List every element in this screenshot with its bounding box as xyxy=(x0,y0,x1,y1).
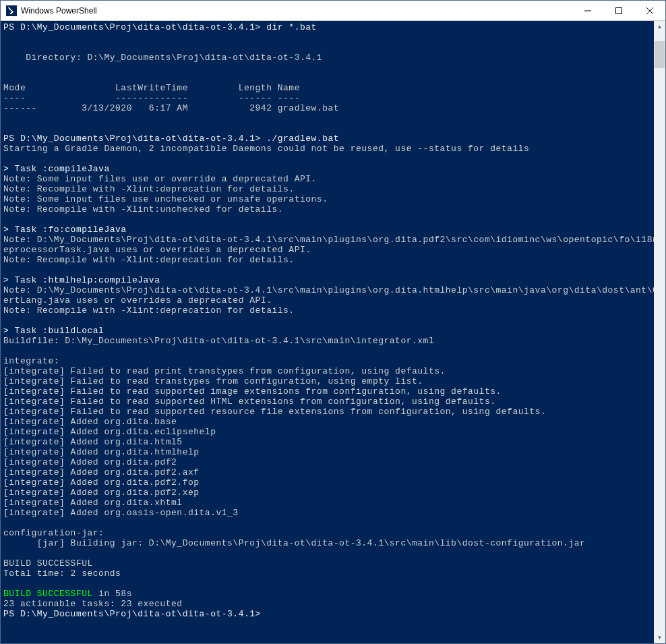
term-line: Note: Recompile with -Xlint:deprecation … xyxy=(3,305,295,316)
titlebar[interactable]: Windows PowerShell xyxy=(1,1,665,21)
powershell-icon xyxy=(6,5,17,16)
term-line: [integrate] Failed to read supported HTM… xyxy=(3,397,496,407)
term-line: [integrate] Added org.dita.pdf2.xep xyxy=(3,488,200,498)
term-line: PS D:\My_Documents\Proj\dita-ot\dita-ot-… xyxy=(3,22,317,32)
term-line: Total time: 2 seconds xyxy=(3,568,121,579)
term-line: [integrate] Failed to read supported ima… xyxy=(3,386,502,397)
maximize-button[interactable] xyxy=(603,1,634,20)
term-prompt: PS D:\My_Documents\Proj\dita-ot\dita-ot-… xyxy=(3,609,261,619)
term-line: Buildfile: D:\My_Documents\Proj\dita-ot\… xyxy=(3,336,434,346)
minimize-button[interactable] xyxy=(572,1,603,20)
term-line: integrate: xyxy=(3,356,59,366)
term-line: > Task :htmlhelp:compileJava xyxy=(3,275,160,285)
term-line: 23 actionable tasks: 23 executed xyxy=(3,599,183,609)
term-line: Mode LastWriteTime Length Name xyxy=(3,83,300,93)
term-line: Note: Some input files use unchecked or … xyxy=(3,194,328,204)
terminal-output[interactable]: PS D:\My_Documents\Proj\dita-ot\dita-ot-… xyxy=(1,21,654,643)
term-line: [jar] Building jar: D:\My_Documents\Proj… xyxy=(3,538,585,548)
term-line: [integrate] Added org.dita.pdf2.axf xyxy=(3,467,200,477)
term-line: Directory: D:\My_Documents\Proj\dita-ot\… xyxy=(3,53,322,63)
term-line: [integrate] Added org.dita.xhtml xyxy=(3,498,183,508)
term-line: [integrate] Added org.dita.html5 xyxy=(3,437,183,447)
close-button[interactable] xyxy=(634,1,665,20)
term-line: [integrate] Added org.dita.eclipsehelp xyxy=(3,427,216,437)
term-line: > Task :compileJava xyxy=(3,164,110,174)
term-line: [integrate] Added org.dita.pdf2.fop xyxy=(3,477,200,488)
term-line: [integrate] Added org.dita.pdf2 xyxy=(3,457,177,467)
term-line: [integrate] Added org.oasis-open.dita.v1… xyxy=(3,508,239,518)
term-line: Note: Recompile with -Xlint:unchecked fo… xyxy=(3,204,283,214)
term-line: [integrate] Failed to read supported res… xyxy=(3,407,546,417)
term-line: ---- ------------- ------ ---- xyxy=(3,93,300,103)
term-line: eprocessorTask.java uses or overrides a … xyxy=(3,245,311,255)
term-line: Note: D:\My_Documents\Proj\dita-ot\dita-… xyxy=(3,235,654,245)
terminal-area: PS D:\My_Documents\Proj\dita-ot\dita-ot-… xyxy=(1,21,665,643)
term-line: ------ 3/13/2020 6:17 AM 2942 gradlew.ba… xyxy=(3,103,339,113)
scrollbar-thumb[interactable] xyxy=(655,41,665,68)
app-window: Windows PowerShell PS D:\My_Documents\Pr… xyxy=(0,0,666,644)
term-line: [integrate] Added org.dita.htmlhelp xyxy=(3,447,200,457)
scroll-up-button[interactable]: ▲ xyxy=(654,21,665,32)
term-line: Note: Some input files use or override a… xyxy=(3,174,317,184)
term-line: Note: D:\My_Documents\Proj\dita-ot\dita-… xyxy=(3,285,654,295)
term-line: [integrate] Added org.dita.base xyxy=(3,417,177,427)
term-line: Note: Recompile with -Xlint:deprecation … xyxy=(3,184,295,194)
vertical-scrollbar[interactable]: ▲ ▼ xyxy=(654,21,665,643)
window-controls xyxy=(572,1,665,20)
term-line: BUILD SUCCESSFUL xyxy=(3,589,93,599)
term-line: in 58s xyxy=(93,589,132,599)
term-line: Starting a Gradle Daemon, 2 incompatible… xyxy=(3,144,529,154)
scroll-down-button[interactable]: ▼ xyxy=(654,632,665,643)
svg-rect-1 xyxy=(616,7,622,13)
term-line: ertLang.java uses or overrides a depreca… xyxy=(3,295,272,305)
term-line: > Task :buildLocal xyxy=(3,326,104,336)
term-line: PS D:\My_Documents\Proj\dita-ot\dita-ot-… xyxy=(3,134,339,144)
term-line: configuration-jar: xyxy=(3,528,104,538)
term-line: Note: Recompile with -Xlint:deprecation … xyxy=(3,255,295,265)
window-title: Windows PowerShell xyxy=(21,6,572,16)
term-line: > Task :fo:compileJava xyxy=(3,225,127,235)
term-line: BUILD SUCCESSFUL xyxy=(3,558,93,568)
term-line: [integrate] Failed to read print transty… xyxy=(3,366,446,376)
term-line: [integrate] Failed to read transtypes fr… xyxy=(3,376,423,386)
